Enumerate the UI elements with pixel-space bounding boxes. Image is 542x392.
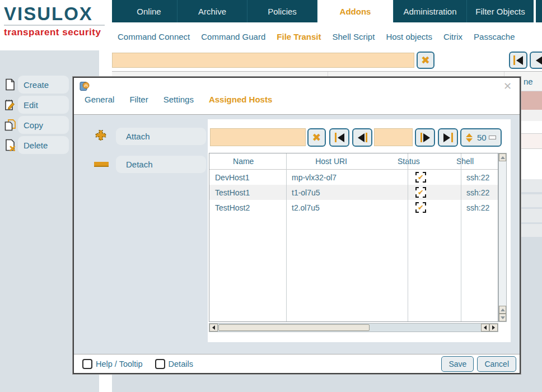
horizontal-scroll-thumb[interactable] — [218, 324, 370, 331]
cell-status: ✔ — [408, 202, 461, 213]
sidebar-item-copy[interactable]: Copy — [18, 116, 69, 134]
left-arrow-icon — [484, 325, 487, 330]
hosts-filter-input[interactable] — [210, 128, 306, 146]
dialog-tab-general[interactable]: General — [85, 95, 114, 104]
sub-nav: Command Connect Command Guard File Trans… — [112, 22, 542, 50]
left-arrow-icon — [212, 325, 215, 330]
tab-archive[interactable]: Archive — [177, 0, 247, 22]
scroll-right-button[interactable] — [489, 324, 498, 332]
cell-host-uri: t1-ol7u5 — [286, 188, 408, 197]
down-arrow-icon — [501, 316, 505, 319]
hosts-next-page-button[interactable] — [415, 128, 435, 147]
right-triangle-icon — [443, 133, 450, 142]
help-tooltip-checkbox[interactable] — [82, 359, 92, 369]
clear-x-icon: ✖ — [421, 55, 430, 66]
status-checkbox-checked[interactable]: ✔ — [415, 172, 426, 183]
dialog-tab-assigned-hosts[interactable]: Assigned Hosts — [209, 95, 272, 104]
hosts-first-page-button[interactable] — [329, 128, 349, 147]
details-label: Details — [169, 360, 193, 368]
delete-document-icon — [4, 139, 16, 151]
scroll-down-button[interactable] — [499, 314, 506, 321]
subtab-shell-script[interactable]: Shell Script — [333, 32, 375, 41]
tab-online[interactable]: Online — [121, 0, 177, 22]
edit-pencil-icon — [4, 99, 16, 111]
left-triangle-icon — [516, 56, 523, 65]
detach-minus-icon — [94, 162, 109, 167]
scroll-left-button[interactable] — [481, 324, 489, 332]
host-row[interactable]: TestHost2 t2.ol7u5 ✔ ssh:22 — [209, 200, 498, 215]
subtab-command-guard[interactable]: Command Guard — [201, 32, 265, 41]
main-first-page-button[interactable] — [509, 52, 527, 69]
dialog-close-icon[interactable]: ✕ — [503, 81, 512, 91]
prev-page-bar-icon — [366, 133, 367, 142]
next-page-bar-icon — [420, 133, 422, 142]
nav-spacer — [112, 0, 121, 22]
cell-shell: ssh:22 — [461, 173, 498, 182]
scroll-up-button[interactable] — [499, 306, 506, 314]
subtab-host-objects[interactable]: Host objects — [386, 32, 432, 41]
page-size-select[interactable]: 50 — [460, 128, 502, 147]
brand-name: VISULOX — [4, 4, 105, 23]
host-row[interactable]: DevHost1 mp-vlx32-ol7 ✔ ssh:22 — [209, 170, 498, 185]
column-header-status[interactable]: Status — [385, 153, 432, 169]
cell-name: TestHost1 — [209, 188, 286, 197]
right-triangle-icon — [423, 133, 430, 142]
status-checkbox-checked[interactable]: ✔ — [415, 187, 426, 198]
subtab-command-connect[interactable]: Command Connect — [118, 32, 190, 41]
first-page-bar-icon — [335, 133, 337, 142]
detach-button[interactable]: Detach — [116, 156, 206, 173]
create-document-icon — [4, 78, 16, 91]
subtab-citrix[interactable]: Citrix — [443, 32, 462, 41]
hosts-page-input[interactable] — [374, 128, 413, 146]
spinner-arrows-icon — [466, 133, 473, 142]
logo-divider — [4, 25, 105, 26]
tab-policies[interactable]: Policies — [247, 0, 317, 22]
last-page-bar-icon — [451, 133, 453, 142]
help-tooltip-label: Help / Tooltip — [96, 360, 143, 368]
vertical-scrollbar[interactable] — [498, 153, 507, 322]
hosts-table: Name Host URI Status Shell DevHost1 mp-v… — [209, 153, 498, 322]
dialog-tab-filter[interactable]: Filter — [129, 95, 148, 104]
attach-button[interactable]: Attach — [116, 128, 206, 145]
top-nav: Online Archive Policies Addons Administr… — [112, 0, 542, 22]
horizontal-scrollbar[interactable] — [209, 323, 498, 332]
column-header-host-uri[interactable]: Host URI — [277, 153, 385, 169]
cancel-button[interactable]: Cancel — [477, 356, 516, 372]
dialog-tab-settings[interactable]: Settings — [163, 95, 194, 104]
status-checkbox-checked[interactable]: ✔ — [415, 202, 426, 213]
spinner-handle[interactable] — [489, 136, 496, 139]
tab-addons[interactable]: Addons — [317, 0, 393, 22]
tab-administration[interactable]: Administration — [393, 0, 466, 22]
scroll-up-button[interactable] — [499, 153, 506, 161]
main-search-input[interactable] — [112, 53, 414, 68]
hosts-prev-page-button[interactable] — [352, 128, 372, 147]
cell-status: ✔ — [408, 187, 461, 198]
tab-filter-objects[interactable]: Filter Objects — [466, 0, 534, 22]
dialog-app-icon — [80, 81, 90, 91]
tab-partial[interactable] — [536, 0, 542, 22]
hosts-panel: ✖ — [208, 119, 511, 342]
host-row[interactable]: TestHost1 t1-ol7u5 ✔ ssh:22 — [209, 185, 498, 200]
subtab-file-transit[interactable]: File Transit — [277, 32, 321, 41]
hosts-table-header: Name Host URI Status Shell — [209, 153, 498, 170]
sidebar-item-edit[interactable]: Edit — [18, 96, 69, 114]
subtab-passcache[interactable]: Passcache — [474, 32, 515, 41]
sidebar-item-create[interactable]: Create — [18, 76, 69, 94]
scroll-left-button[interactable] — [209, 324, 218, 332]
hosts-last-page-button[interactable] — [438, 128, 458, 147]
copy-documents-icon — [4, 119, 16, 131]
up-arrow-icon — [501, 309, 505, 311]
hosts-clear-filter-button[interactable]: ✖ — [307, 128, 326, 147]
details-checkbox[interactable] — [155, 359, 165, 369]
column-header-name[interactable]: Name — [209, 153, 277, 169]
brand-logo: VISULOX transparent security — [4, 4, 105, 38]
dialog-tabs: General Filter Settings Assigned Hosts — [85, 95, 272, 104]
main-prev-page-button[interactable] — [530, 52, 542, 69]
column-header-shell[interactable]: Shell — [432, 153, 498, 169]
save-button[interactable]: Save — [441, 356, 474, 372]
sidebar-item-delete[interactable]: Delete — [18, 136, 69, 154]
clear-x-icon: ✖ — [312, 132, 321, 143]
main-clear-search-button[interactable]: ✖ — [417, 52, 434, 69]
dialog-footer: Help / Tooltip Details Save Cancel — [74, 354, 520, 373]
cell-host-uri: mp-vlx32-ol7 — [286, 173, 408, 182]
